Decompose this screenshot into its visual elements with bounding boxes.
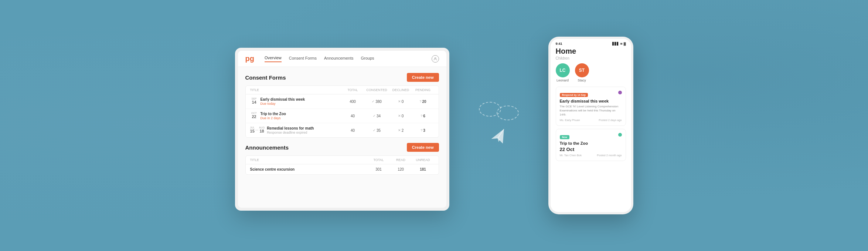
card-posted-2: Posted 2 month ago xyxy=(597,154,622,157)
check-icon: ✓ xyxy=(373,128,376,132)
card-title-1: Early dismissal this week xyxy=(560,99,622,103)
question-icon: ? xyxy=(421,114,422,118)
consent-forms-table: Title Total Consented Declined Pending S… xyxy=(245,86,439,138)
row-day: 14 xyxy=(250,100,258,104)
laptop-nav: pg Overview Consent Forms Announcements … xyxy=(238,51,446,67)
row-day-start: 15 xyxy=(250,129,255,133)
consented-value: 34 xyxy=(377,114,381,118)
pending-value: 20 xyxy=(422,100,426,104)
row-date: Oct 22 xyxy=(250,112,258,119)
declined-value: 0 xyxy=(402,114,404,118)
row-subtitle-text: Due in 2 days xyxy=(261,116,286,120)
row-title-text: Remedial lessons for math xyxy=(267,126,314,130)
nav-item-overview[interactable]: Overview xyxy=(265,56,282,62)
row-pending: ? 3 xyxy=(412,128,434,133)
row-day: 22 xyxy=(250,114,258,119)
cross-icon: ✕ xyxy=(398,100,401,103)
row-declined: ✕ 0 xyxy=(390,114,412,118)
phone-status-bar: 9:41 ▋▋▋ ≋ ▓ xyxy=(551,39,631,47)
dashed-circle-right xyxy=(497,106,519,120)
child-name-lc: Leonard xyxy=(556,78,569,82)
row-consented: ✓ 380 xyxy=(364,100,390,104)
card-posted-1: Posted 2 days ago xyxy=(599,118,622,122)
row-total: 40 xyxy=(342,128,364,133)
declined-value: 2 xyxy=(402,128,404,133)
row-date: Jul 15 — Aug 18 xyxy=(250,126,265,133)
row-subtitle-text: Response deadline expired xyxy=(267,131,314,134)
row-declined: ✕ 0 xyxy=(390,100,412,104)
declined-value: 0 xyxy=(402,100,404,104)
consent-forms-header: Consent Forms Create new xyxy=(245,73,439,82)
status-time: 9:41 xyxy=(556,42,562,46)
status-icons: ▋▋▋ ≋ ▓ xyxy=(612,42,626,46)
row-date-title-col: Jul 15 — Aug 18 Remedial xyxy=(250,126,342,134)
row-date-title-col: Oct 22 Trip to the Zoo Due in 2 days xyxy=(250,112,342,120)
card-meta-1: Ms. Early Phuan Posted 2 days ago xyxy=(560,118,622,122)
ann-col-unread: Unread xyxy=(412,158,434,162)
row-subtitle-text: Due today xyxy=(261,102,305,106)
row-month: Sep xyxy=(250,97,258,100)
row-title-block: Remedial lessons for math Response deadl… xyxy=(267,126,314,134)
children-label: Children xyxy=(556,56,626,60)
row-unread: 181 xyxy=(412,167,434,171)
cross-icon: ✕ xyxy=(398,114,401,118)
phone-card-early-dismissal[interactable]: Respond by 14 Sep Early dismissal this w… xyxy=(556,87,626,126)
row-date-title-col: Sep 14 Early dismissal this week Due tod… xyxy=(250,97,342,106)
consent-forms-table-header: Title Total Consented Declined Pending xyxy=(246,86,439,94)
row-month: Oct xyxy=(250,112,258,114)
children-row: LC Leonard ST Stacy xyxy=(556,63,626,82)
ann-col-read: Read xyxy=(390,158,412,162)
check-icon: ✓ xyxy=(373,114,376,118)
phone-card-zoo[interactable]: New Trip to the Zoo 22 Oct Mr. Tan Chen … xyxy=(556,129,626,161)
col-consented: Consented xyxy=(364,88,390,92)
announcements-create-button[interactable]: Create new xyxy=(407,143,439,152)
avatar-lc: LC xyxy=(556,63,570,77)
question-icon: ? xyxy=(421,128,422,132)
child-avatar-lc[interactable]: LC Leonard xyxy=(556,63,570,82)
nav-item-announcements[interactable]: Announcements xyxy=(324,56,354,62)
child-avatar-st[interactable]: ST Stacy xyxy=(575,63,589,82)
card-dot-teal xyxy=(618,133,622,137)
table-row[interactable]: Sep 14 Early dismissal this week Due tod… xyxy=(246,94,439,109)
row-declined: ✕ 2 xyxy=(390,128,412,133)
phone-home-title: Home xyxy=(556,47,626,56)
announcements-table: Title Total Read Unread Science centre e… xyxy=(245,155,439,175)
announcements-table-header: Title Total Read Unread xyxy=(246,156,439,164)
table-row[interactable]: Jul 15 — Aug 18 Remedial xyxy=(246,123,439,137)
laptop-main-content: Consent Forms Create new Title Total Con… xyxy=(238,67,446,208)
nav-item-consent-forms[interactable]: Consent Forms xyxy=(289,56,317,62)
date-range-dash: — xyxy=(255,128,258,131)
row-total: 400 xyxy=(342,100,364,104)
consent-forms-title: Consent Forms xyxy=(245,74,286,81)
arrow-decoration xyxy=(479,102,519,150)
card-badge-new: New xyxy=(560,135,569,139)
app-logo: pg xyxy=(245,54,254,63)
user-profile-icon[interactable] xyxy=(432,55,439,63)
signal-icon: ▋▋▋ xyxy=(612,42,619,46)
table-row[interactable]: Science centre excursion 301 120 181 xyxy=(246,164,439,174)
question-icon: ? xyxy=(419,100,421,103)
paper-plane-icon xyxy=(487,126,511,151)
wifi-icon: ≋ xyxy=(620,42,623,46)
row-title-text: Trip to the Zoo xyxy=(261,112,286,116)
row-day-end: 18 xyxy=(259,129,265,133)
card-author-1: Ms. Early Phuan xyxy=(560,118,580,122)
card-author-2: Mr. Tan Chen Bok xyxy=(560,154,582,157)
nav-item-groups[interactable]: Groups xyxy=(361,56,374,62)
row-title-text: Early dismissal this week xyxy=(261,97,305,101)
row-read: 120 xyxy=(390,167,412,171)
consented-value: 35 xyxy=(377,128,381,133)
consented-value: 380 xyxy=(375,100,382,104)
dashed-circles xyxy=(479,102,519,120)
table-row[interactable]: Oct 22 Trip to the Zoo Due in 2 days 40 … xyxy=(246,109,439,123)
laptop-screen: pg Overview Consent Forms Announcements … xyxy=(238,51,446,208)
row-title-block: Trip to the Zoo Due in 2 days xyxy=(261,112,286,120)
consent-forms-create-button[interactable]: Create new xyxy=(407,73,439,82)
row-month-end: Aug xyxy=(259,126,265,129)
col-pending: Pending xyxy=(412,88,434,92)
col-total: Total xyxy=(342,88,364,92)
phone-screen: 9:41 ▋▋▋ ≋ ▓ Home Children LC Leonard ST… xyxy=(551,39,631,212)
row-date: Sep 14 xyxy=(250,97,258,104)
phone-content: Home Children LC Leonard ST Stacy Respon… xyxy=(551,47,631,212)
announcements-title: Announcements xyxy=(245,144,289,151)
